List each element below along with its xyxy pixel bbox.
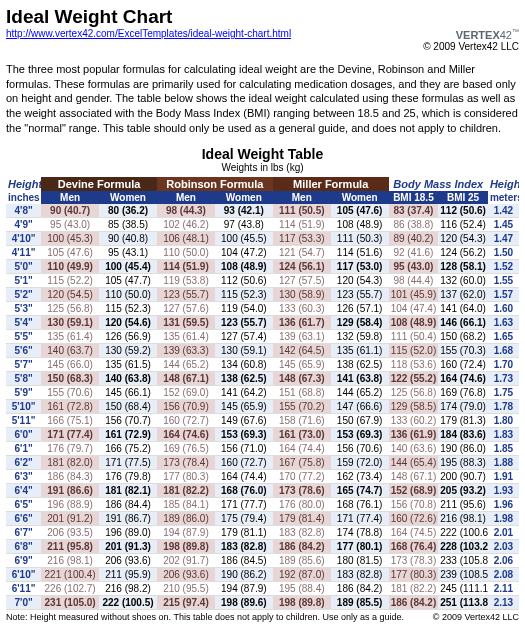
table-row: 5'3"125 (56.8)115 (52.3)127 (57.6)119 (5… — [6, 301, 519, 315]
table-row: 4'10"100 (45.3)90 (40.8)106 (48.1)100 (4… — [6, 231, 519, 245]
source-url[interactable]: http://www.vertex42.com/ExcelTemplates/i… — [6, 28, 291, 41]
table-row: 6'11"226 (102.7)216 (98.2)210 (95.5)194 … — [6, 581, 519, 595]
table-row: 5'1"115 (52.2)105 (47.7)119 (53.8)112 (5… — [6, 273, 519, 287]
table-row: 5'2"120 (54.5)110 (50.0)123 (55.7)115 (5… — [6, 287, 519, 301]
table-row: 4'9"95 (43.0)85 (38.5)102 (46.2)97 (43.8… — [6, 217, 519, 231]
table-title: Ideal Weight Table — [6, 146, 519, 162]
table-row: 4'11"105 (47.6)95 (43.1)110 (50.0)104 (4… — [6, 245, 519, 259]
table-row: 5'6"140 (63.7)130 (59.2)139 (63.3)130 (5… — [6, 343, 519, 357]
table-row: 5'5"135 (61.4)126 (56.9)135 (61.4)127 (5… — [6, 329, 519, 343]
footnote: Note: Height measured without shoes on. … — [6, 612, 404, 622]
table-row: 4'8"90 (40.7)80 (36.2)98 (44.3)93 (42.1)… — [6, 204, 519, 218]
table-row: 5'10"161 (72.8)150 (68.4)156 (70.9)145 (… — [6, 399, 519, 413]
table-row: 6'9"216 (98.1)206 (93.6)202 (91.7)186 (8… — [6, 553, 519, 567]
table-row: 6'1"176 (79.7)166 (75.2)169 (76.5)156 (7… — [6, 441, 519, 455]
table-row: 6'6"201 (91.2)191 (86.7)189 (86.0)175 (7… — [6, 511, 519, 525]
vertex-logo: VERTEX42™ — [456, 28, 519, 41]
table-row: 5'4"130 (59.1)120 (54.6)131 (59.5)123 (5… — [6, 315, 519, 329]
table-row: 6'8"211 (95.8)201 (91.3)198 (89.8)183 (8… — [6, 539, 519, 553]
table-row: 5'8"150 (68.3)140 (63.8)148 (67.1)138 (6… — [6, 371, 519, 385]
table-row: 6'4"191 (86.6)181 (82.1)181 (82.2)168 (7… — [6, 483, 519, 497]
weight-table: Height Devine Formula Robinson Formula M… — [6, 177, 519, 610]
intro-text: The three most popular formulas for calc… — [6, 62, 519, 136]
table-row: 6'2"181 (82.0)171 (77.5)173 (78.4)160 (7… — [6, 455, 519, 469]
table-row: 6'10"221 (100.4)211 (95.9)206 (93.6)190 … — [6, 567, 519, 581]
table-row: 5'9"155 (70.6)145 (66.1)152 (69.0)141 (6… — [6, 385, 519, 399]
table-row: 6'3"186 (84.3)176 (79.8)177 (80.3)164 (7… — [6, 469, 519, 483]
copyright-top: © 2009 Vertex42 LLC — [423, 41, 519, 52]
page-title: Ideal Weight Chart — [6, 6, 519, 28]
table-subtitle: Weights in lbs (kg) — [6, 162, 519, 173]
table-row: 6'0"171 (77.4)161 (72.9)164 (74.6)153 (6… — [6, 427, 519, 441]
copyright-bottom: © 2009 Vertex42 LLC — [433, 612, 519, 622]
table-row: 5'7"145 (66.0)135 (61.5)144 (65.2)134 (6… — [6, 357, 519, 371]
table-row: 7'0"231 (105.0)222 (100.5)215 (97.4)198 … — [6, 595, 519, 609]
table-row: 6'5"196 (88.9)186 (84.4)185 (84.1)171 (7… — [6, 497, 519, 511]
table-row: 5'11"166 (75.1)156 (70.7)160 (72.7)149 (… — [6, 413, 519, 427]
table-row: 6'7"206 (93.5)196 (89.0)194 (87.9)179 (8… — [6, 525, 519, 539]
table-row: 5'0"110 (49.9)100 (45.4)114 (51.9)108 (4… — [6, 259, 519, 273]
